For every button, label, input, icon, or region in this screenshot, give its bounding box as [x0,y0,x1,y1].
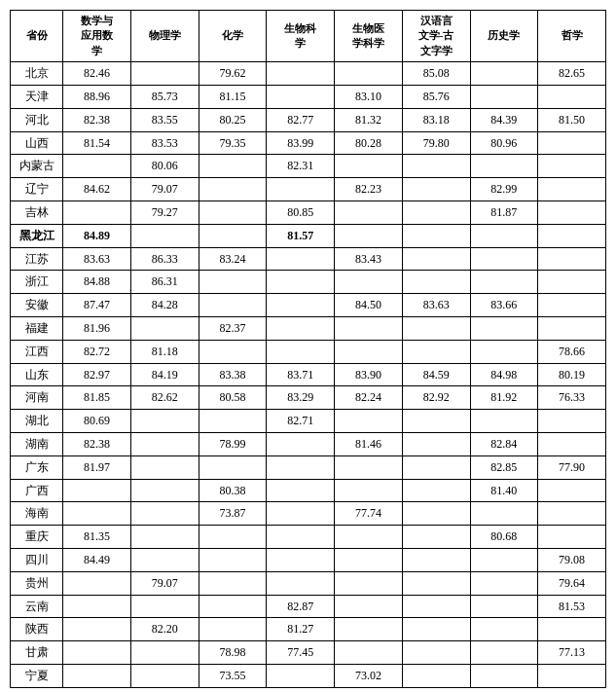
cell-20-8 [538,526,606,549]
cell-7-5 [335,224,403,247]
cell-2-5: 81.32 [335,108,403,131]
table-row: 四川84.4979.08 [11,548,606,571]
cell-20-5 [335,526,403,549]
cell-13-8: 80.19 [538,363,606,386]
cell-16-1: 82.38 [63,432,131,455]
cell-6-2: 79.27 [130,200,199,224]
cell-7-8 [538,224,606,247]
cell-25-6 [402,641,470,665]
cell-24-6 [402,618,470,641]
cell-0-7 [470,62,538,86]
cell-12-2: 81.18 [130,340,199,363]
cell-9-1: 84.88 [63,271,131,294]
cell-5-4 [267,178,335,201]
cell-4-0: 内蒙古 [11,155,63,178]
cell-14-5: 82.24 [335,386,403,410]
cell-10-7: 83.66 [470,294,538,317]
cell-9-0: 浙江 [11,271,63,294]
cell-21-6 [402,548,470,571]
cell-7-6 [402,224,470,247]
scores-table: 省份数学与 应用数 学物理学化学生物科 学生物医 学科学汉语言 文学-古 文字学… [10,10,606,688]
cell-8-0: 江苏 [11,247,63,271]
cell-0-3: 79.62 [199,62,267,86]
cell-12-8: 78.66 [538,340,606,363]
cell-15-3 [199,410,267,433]
cell-6-3 [199,200,267,224]
cell-11-3: 82.37 [199,316,267,340]
table-row: 安徽87.4784.2884.5083.6383.66 [11,294,606,317]
cell-19-2 [130,502,199,526]
cell-9-8 [538,271,606,294]
cell-20-7: 80.68 [470,526,538,549]
cell-12-6 [402,340,470,363]
cell-10-3 [199,294,267,317]
cell-0-1: 82.46 [63,62,131,86]
cell-22-8: 79.64 [538,571,606,595]
cell-23-8: 81.53 [538,595,606,618]
cell-22-0: 贵州 [11,571,63,595]
cell-16-0: 湖南 [11,432,63,455]
cell-18-0: 广西 [11,479,63,502]
cell-10-6: 83.63 [402,294,470,317]
cell-18-6 [402,479,470,502]
cell-11-7 [470,316,538,340]
cell-4-6 [402,155,470,178]
cell-19-8 [538,502,606,526]
table-row: 陕西82.2081.27 [11,618,606,641]
cell-9-5 [335,271,403,294]
cell-5-0: 辽宁 [11,178,63,201]
cell-3-8 [538,131,606,155]
cell-19-0: 海南 [11,502,63,526]
cell-20-3 [199,526,267,549]
cell-13-3: 83.38 [199,363,267,386]
cell-8-8 [538,247,606,271]
cell-0-8: 82.65 [538,62,606,86]
cell-7-2 [130,224,199,247]
table-row: 内蒙古80.0682.31 [11,155,606,178]
cell-26-2 [130,664,199,687]
cell-2-6: 83.18 [402,108,470,131]
cell-18-2 [130,479,199,502]
cell-20-6 [402,526,470,549]
cell-16-7: 82.84 [470,432,538,455]
cell-24-0: 陕西 [11,618,63,641]
cell-23-3 [199,595,267,618]
cell-4-7 [470,155,538,178]
cell-6-6 [402,200,470,224]
table-row: 黑龙江84.8981.57 [11,224,606,247]
cell-23-7 [470,595,538,618]
cell-17-0: 广东 [11,455,63,479]
cell-5-2: 79.07 [130,178,199,201]
cell-17-1: 81.97 [63,455,131,479]
table-row: 宁夏73.5573.02 [11,664,606,687]
cell-4-5 [335,155,403,178]
cell-10-4 [267,294,335,317]
cell-10-8 [538,294,606,317]
cell-3-3: 79.35 [199,131,267,155]
cell-16-2 [130,432,199,455]
cell-25-7 [470,641,538,665]
cell-18-3: 80.38 [199,479,267,502]
cell-9-3 [199,271,267,294]
cell-19-3: 73.87 [199,502,267,526]
table-row: 湖南82.3878.9981.4682.84 [11,432,606,455]
cell-16-5: 81.46 [335,432,403,455]
header-cell-7: 历史学 [470,11,538,62]
cell-21-4 [267,548,335,571]
cell-5-5: 82.23 [335,178,403,201]
cell-15-6 [402,410,470,433]
cell-26-3: 73.55 [199,664,267,687]
cell-25-4: 77.45 [267,641,335,665]
table-row: 山西81.5483.5379.3583.9980.2879.8080.96 [11,131,606,155]
cell-25-2 [130,641,199,665]
cell-14-6: 82.92 [402,386,470,410]
cell-5-8 [538,178,606,201]
cell-7-0: 黑龙江 [11,224,63,247]
cell-15-2 [130,410,199,433]
cell-24-5 [335,618,403,641]
cell-22-1 [63,571,131,595]
cell-0-0: 北京 [11,62,63,86]
cell-23-2 [130,595,199,618]
cell-5-7: 82.99 [470,178,538,201]
cell-24-3 [199,618,267,641]
